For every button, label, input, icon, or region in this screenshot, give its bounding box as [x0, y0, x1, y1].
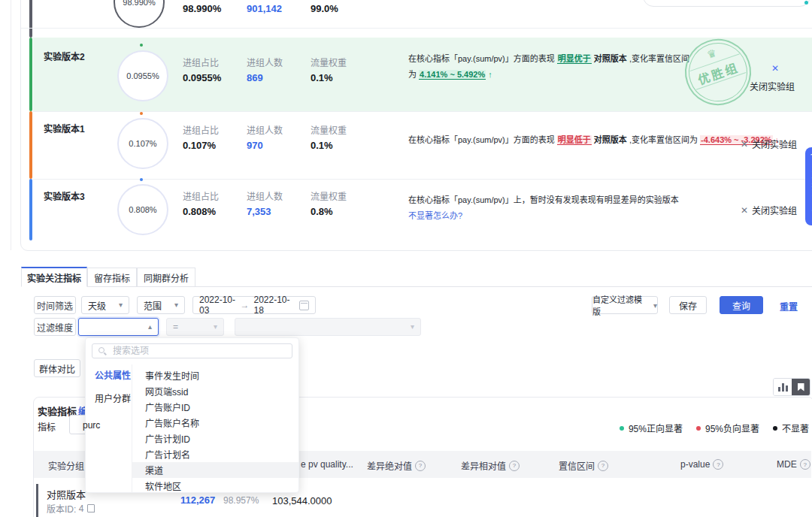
control-row-users-link[interactable]: 112,267: [180, 494, 215, 506]
dimension-filter-label: 过滤维度: [34, 318, 76, 336]
header-label: 置信区间: [559, 459, 595, 472]
control-version-color-bar: [29, 0, 32, 38]
version-2-gauge-dot: [140, 44, 143, 47]
option-web-ssid[interactable]: 网页端ssid: [132, 383, 298, 399]
dropdown-search[interactable]: [92, 343, 292, 358]
header-label: 差异绝对值: [367, 459, 412, 472]
version-1-ratio: 0.107%: [183, 140, 216, 151]
cohort-compare-button[interactable]: 群体对比: [34, 359, 80, 377]
version-3-count-link[interactable]: 7,353: [247, 206, 271, 217]
control-row-metric-value: 103,544.0000: [272, 495, 332, 506]
chevron-up-icon: ▴: [148, 323, 152, 331]
version-3-name: 实验版本3: [44, 189, 85, 202]
verdict-negative: 明显低于: [557, 135, 592, 145]
chevron-down-icon: ▾: [119, 301, 123, 309]
version-3-color-bar: [29, 179, 32, 240]
dimension-select-open[interactable]: ▴: [78, 318, 159, 336]
version-1-count-link[interactable]: 970: [247, 140, 263, 151]
weight-label: 流量权重: [311, 56, 347, 68]
version-1-close-button[interactable]: ✕ 关闭实验组: [741, 138, 797, 150]
header-label: 差异相对值: [461, 459, 506, 472]
count-label: 进组人数: [247, 123, 283, 136]
desc-prefix: 在核心指标「pay.(sum/pv)」方面的表现: [408, 135, 557, 144]
version-3-gauge: 0.808%: [117, 184, 168, 235]
metric-select-value: purc: [83, 420, 100, 431]
option-ad-account-id[interactable]: 广告账户ID: [132, 399, 298, 415]
ratio-label: 进组占比: [183, 56, 219, 68]
col-header-rel-diff: 差异相对值?: [461, 459, 520, 472]
significance-legend: 95%正向显著 95%负向显著 不显著: [611, 422, 809, 434]
dropdown-options-list: 事件发生时间 网页端ssid 广告账户ID 广告账户名称 广告计划ID 广告计划…: [132, 364, 298, 492]
version-2-close-button[interactable]: 关闭实验组: [750, 80, 795, 92]
search-input[interactable]: [111, 345, 286, 357]
save-button[interactable]: 保存: [669, 296, 707, 314]
option-ad-plan-id[interactable]: 广告计划ID: [132, 431, 298, 446]
tab-retention-metrics[interactable]: 留存指标: [87, 268, 137, 287]
help-icon[interactable]: ?: [713, 459, 723, 470]
option-channel[interactable]: 渠道: [132, 462, 298, 478]
version-3-gauge-dot: [140, 178, 143, 181]
top-teal-dot: [804, 1, 808, 5]
granularity-value: 天级: [88, 299, 106, 312]
confidence-range: 4.141% ~ 5.492%: [419, 70, 486, 80]
row-divider: [33, 179, 812, 180]
close-icon[interactable]: ✕: [771, 63, 779, 74]
control-row-ratio: 98.957%: [223, 495, 259, 506]
version-2-weight: 0.1%: [311, 72, 333, 83]
row-divider: [33, 111, 812, 112]
option-software-region[interactable]: 软件地区: [132, 478, 298, 494]
help-icon[interactable]: ?: [509, 461, 520, 471]
control-ratio-value: 98.990%: [183, 3, 221, 14]
operator-select[interactable]: = ▾: [166, 318, 224, 336]
version-3-ratio: 0.808%: [183, 206, 216, 217]
header-label: MDE: [777, 459, 797, 470]
chevron-down-icon: ▾: [214, 323, 217, 331]
gauge-value: 0.107%: [129, 139, 156, 148]
side-drawer-tab[interactable]: ⟨ 实验报告历史: [805, 147, 812, 225]
gauge-value: 98.990%: [123, 0, 155, 7]
col-header-group: 实验分组: [48, 459, 84, 472]
version-2-significance-text: 在核心指标「pay.(sum/pv)」方面的表现 明显优于 对照版本 ,变化率置…: [408, 51, 694, 83]
top-clipped-pill: [643, 0, 810, 7]
category-common-attributes[interactable]: 公共属性: [95, 368, 132, 381]
version-3-close-button[interactable]: ✕ 关闭实验组: [741, 204, 797, 216]
granularity-select[interactable]: 天级 ▾: [81, 296, 129, 314]
green-dot-icon: [620, 426, 624, 431]
help-icon[interactable]: ?: [415, 461, 426, 471]
desc-text: 在核心指标「pay.(sum/pv)」上，暂时没有发现表现有明显差异的实验版本: [408, 195, 679, 204]
option-ad-account-name[interactable]: 广告账户名称: [132, 415, 298, 431]
tab-experiment-metrics[interactable]: 实验关注指标: [21, 267, 87, 287]
col-header-metric: e pv quality...: [301, 459, 353, 470]
reference-version: 对照版本: [592, 54, 629, 63]
side-tab-label: 实验报告历史: [809, 161, 812, 224]
query-button[interactable]: 查询: [720, 296, 763, 314]
help-icon[interactable]: ?: [800, 459, 810, 470]
category-user-segments[interactable]: 用户分群: [95, 392, 132, 404]
help-icon[interactable]: ?: [598, 461, 608, 471]
custom-filter-template-button[interactable]: 自定义过滤模版 ▾: [592, 296, 658, 314]
copy-icon[interactable]: [87, 504, 95, 512]
reset-button[interactable]: 重置: [780, 300, 798, 313]
version-1-significance-text: 在核心指标「pay.(sum/pv)」方面的表现 明显低于 对照版本 ,变化率置…: [408, 132, 779, 148]
reference-version: 对照版本: [592, 135, 629, 144]
tab-cohort-analysis[interactable]: 同期群分析: [137, 268, 195, 287]
dimension-value-select[interactable]: ▾: [235, 318, 421, 336]
close-label: 关闭实验组: [752, 138, 797, 150]
control-users-link[interactable]: 901,142: [247, 3, 282, 14]
version-1-color-bar: [29, 111, 32, 179]
date-end-value: 2022-10-18: [254, 295, 291, 316]
arrow-up-icon: ↑: [488, 70, 492, 79]
option-ad-plan-name[interactable]: 广告计划名: [132, 446, 298, 462]
operator-value: =: [173, 322, 178, 332]
time-filter-label: 时间筛选: [34, 296, 76, 314]
option-event-time[interactable]: 事件发生时间: [132, 367, 298, 383]
table-view-button[interactable]: [792, 379, 810, 395]
gauge-value: 0.0955%: [126, 71, 159, 80]
range-mode-select[interactable]: 范围 ▾: [137, 296, 185, 314]
version-2-count-link[interactable]: 869: [247, 72, 263, 83]
version-2-gauge: 0.0955%: [117, 50, 168, 101]
gauge-value: 0.808%: [129, 205, 156, 214]
chart-view-button[interactable]: [774, 379, 792, 395]
date-range-picker[interactable]: 2022-10-03 → 2022-10-18: [192, 296, 316, 314]
not-significant-help-link[interactable]: 不显著怎么办?: [408, 211, 462, 220]
